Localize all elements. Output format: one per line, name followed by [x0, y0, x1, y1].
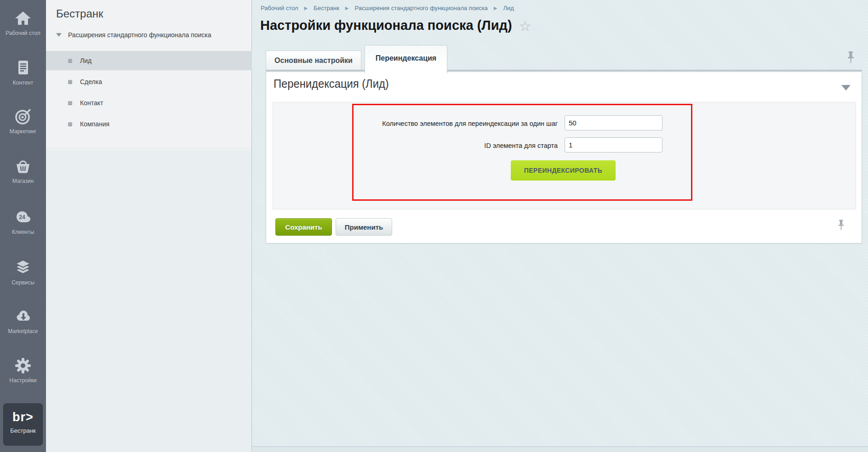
clients-24-icon: 24 [14, 208, 32, 226]
sidebar-item-company[interactable]: Компания [46, 114, 252, 134]
panel-heading: Перенидексация (Лид) [274, 77, 389, 90]
sidebar-item-services[interactable]: Сервисы [0, 259, 46, 286]
chevron-down-icon [56, 33, 62, 37]
breadcrumb-separator-icon: ▶ [304, 6, 308, 11]
breadcrumb-link-module[interactable]: Бестранк [314, 5, 339, 11]
breadcrumb-separator-icon: ▶ [494, 6, 497, 11]
apply-button[interactable]: Применить [336, 218, 392, 236]
basket-icon [14, 157, 32, 175]
bullet-icon [68, 122, 72, 126]
favorite-star-icon[interactable]: ☆ [519, 18, 531, 34]
sidebar-item-label: Клиенты [0, 229, 46, 235]
tree-parent-search-extensions[interactable]: Расширения стандартного функционала поис… [56, 31, 242, 39]
sidebar-item-label: Настройки [0, 377, 46, 384]
sidebar-item-desktop[interactable]: Рабочий стол [0, 9, 46, 36]
sidebar-item-clients[interactable]: 24 Клиенты [0, 208, 46, 235]
sidebar-item-content[interactable]: Контент [0, 59, 46, 86]
sidebar-item-marketing[interactable]: Маркетинг [0, 107, 46, 135]
home-icon [14, 9, 32, 28]
brand-logo-label: Бестранк [4, 427, 42, 434]
layers-icon [14, 259, 32, 277]
breadcrumb-link-desktop[interactable]: Рабочий стол [261, 5, 298, 11]
sidebar-item-marketplace[interactable]: Marketplace [0, 307, 46, 334]
bullet-icon [68, 59, 72, 63]
save-button[interactable]: Сохранить [275, 218, 332, 236]
sidebar-item-label: Рабочий стол [0, 30, 46, 36]
sidebar-item-deal[interactable]: Сделка [46, 72, 252, 91]
page-title: Настройки функционала поиска (Лид) [260, 18, 512, 33]
document-icon [14, 59, 32, 77]
bullet-icon [68, 101, 72, 105]
breadcrumb: Рабочий стол ▶ Бестранк ▶ Расширения ста… [261, 5, 514, 11]
module-sidebar: Бестранк Расширения стандартного функцио… [46, 0, 252, 452]
start-id-input[interactable] [565, 137, 662, 153]
cloud-download-icon [14, 307, 32, 326]
sidebar-item-settings[interactable]: Настройки [0, 356, 46, 384]
tab-main-settings[interactable]: Основные настройки [266, 51, 361, 70]
icon-sidebar: Рабочий стол Контент Маркетинг [0, 0, 46, 452]
detail-panel: Перенидексация (Лид) Количество элементо… [266, 70, 862, 243]
main-content: Рабочий стол ▶ Бестранк ▶ Расширения ста… [252, 0, 868, 452]
sidebar-item-contact[interactable]: Контакт [46, 93, 252, 113]
bullet-icon [68, 80, 72, 84]
breadcrumb-link-extensions[interactable]: Расширения стандартного функционала поис… [355, 5, 488, 11]
reindex-button[interactable]: ПЕРЕИНДЕКСИРОВАТЬ [511, 160, 616, 181]
svg-text:24: 24 [19, 214, 25, 220]
brand-logo-short: br> [4, 410, 42, 424]
field-label-step-count: Количество элементов для переиндексации … [266, 120, 558, 127]
module-title: Бестранк [56, 7, 103, 20]
brand-logo[interactable]: br> Бестранк [3, 403, 43, 446]
field-label-start-id: ID элемента для старта [266, 142, 558, 149]
tree-parent-label: Расширения стандартного функционала поис… [68, 31, 211, 39]
sidebar-item-label: Контент [0, 79, 46, 86]
collapse-arrow-icon[interactable] [841, 85, 851, 90]
pin-top-icon[interactable] [846, 51, 855, 66]
step-count-input[interactable] [565, 115, 662, 130]
breadcrumb-link-lead[interactable]: Лид [503, 5, 514, 11]
gear-icon [14, 356, 32, 375]
footer-strip [252, 446, 868, 452]
pin-bottom-icon[interactable] [837, 220, 845, 233]
breadcrumb-separator-icon: ▶ [345, 6, 349, 11]
tab-reindex[interactable]: Переиндексация [365, 45, 447, 73]
sidebar-item-label: Маркетинг [0, 128, 46, 135]
target-icon [14, 107, 32, 126]
sidebar-item-label: Сервисы [0, 279, 46, 286]
tab-strip: Основные настройки Переиндексация [266, 45, 447, 73]
sidebar-item-lead[interactable]: Лид [46, 51, 252, 70]
sidebar-item-label: Магазин [0, 178, 46, 184]
page-title-row: Настройки функционала поиска (Лид) ☆ [260, 17, 531, 34]
app-window: Рабочий стол Контент Маркетинг [0, 0, 868, 452]
sidebar-item-shop[interactable]: Магазин [0, 157, 46, 184]
sidebar-item-label: Marketplace [0, 328, 46, 334]
